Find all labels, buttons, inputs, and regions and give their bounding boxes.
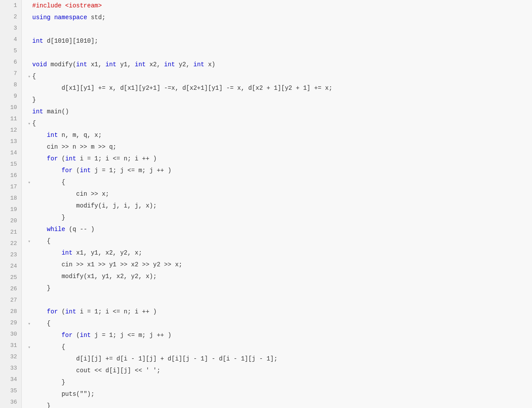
- line-number-16: 16: [4, 170, 17, 181]
- code-line-1: #include <iostream>: [26, 0, 532, 12]
- line-number-19: 19: [4, 204, 17, 215]
- token-tx: {: [61, 179, 65, 186]
- token-tx: d[x1][y1] += x, d[x1][y2+1] -=x, d[x2+1]…: [61, 85, 332, 92]
- no-fold-26: [26, 295, 32, 306]
- token-kw: int: [32, 108, 43, 115]
- no-fold-20: [26, 224, 32, 235]
- token-tx: {: [32, 120, 36, 127]
- code-editor: 1234567891011121314151617181920212223242…: [0, 0, 532, 408]
- token-tx: }: [32, 96, 36, 103]
- token-tx: d[i][j] += d[i - 1][j] + d[i][j - 1] - d…: [76, 355, 278, 362]
- token-tx: }: [61, 214, 65, 221]
- token-tx: }: [47, 402, 51, 408]
- indent-21: [32, 238, 47, 245]
- indent-28: [32, 320, 47, 327]
- line-number-8: 8: [4, 79, 17, 91]
- line-number-31: 31: [4, 340, 17, 351]
- code-line-22: int x1, y1, x2, y2, x;: [26, 247, 532, 259]
- indent-29: [32, 332, 61, 339]
- code-line-2: using namespace std;: [26, 12, 532, 24]
- line-number-25: 25: [4, 272, 17, 283]
- code-line-35: }: [26, 400, 532, 408]
- token-kw: for: [61, 167, 72, 174]
- token-tx: x1, y1, x2, y2, x;: [72, 249, 142, 256]
- line-number-17: 17: [4, 181, 17, 193]
- indent-31: [32, 355, 76, 362]
- token-tx: (q -- ): [65, 226, 95, 233]
- token-kw: int: [164, 61, 175, 68]
- line-number-26: 26: [4, 283, 17, 295]
- token-tx: (: [58, 308, 65, 315]
- code-line-14: for (int i = 1; i <= n; i ++ ): [26, 153, 532, 165]
- code-line-26: [26, 294, 532, 306]
- no-fold-9: [26, 95, 32, 106]
- no-fold-13: [26, 142, 32, 153]
- no-fold-19: [26, 212, 32, 224]
- token-kw: using: [32, 14, 51, 21]
- fold-icon-30[interactable]: ▾: [26, 342, 32, 353]
- token-tx: (: [72, 332, 80, 339]
- indent-35: [32, 402, 47, 408]
- token-kw: for: [47, 308, 58, 315]
- no-fold-6: [26, 59, 32, 71]
- token-tx: i = 1; i <= n; i ++ ): [76, 308, 157, 315]
- indent-18: [32, 202, 76, 209]
- token-kw: int: [135, 61, 146, 68]
- line-number-6: 6: [4, 57, 17, 68]
- token-tx: cin >> x1 >> y1 >> x2 >> y2 >> x;: [61, 261, 182, 268]
- line-number-29: 29: [4, 317, 17, 329]
- line-number-10: 10: [4, 102, 17, 113]
- token-tx: cin >> n >> m >> q;: [47, 143, 117, 150]
- line-number-5: 5: [4, 45, 17, 57]
- code-line-21: ▾ {: [26, 235, 532, 247]
- fold-icon-7[interactable]: ▾: [26, 71, 32, 82]
- indent-14: [32, 155, 47, 162]
- indent-30: [32, 343, 61, 350]
- fold-icon-16[interactable]: ▾: [26, 177, 32, 188]
- code-line-3: [26, 24, 532, 35]
- code-line-4: int d[1010][1010];: [26, 35, 532, 47]
- code-line-19: }: [26, 212, 532, 224]
- fold-icon-11[interactable]: ▾: [26, 118, 32, 129]
- token-tx: n, m, q, x;: [58, 132, 102, 139]
- no-fold-22: [26, 248, 32, 259]
- code-line-12: int n, m, q, x;: [26, 129, 532, 141]
- code-line-16: ▾ {: [26, 177, 532, 188]
- no-fold-4: [26, 36, 32, 47]
- token-kw: int: [76, 61, 87, 68]
- no-fold-17: [26, 189, 32, 200]
- code-body[interactable]: #include <iostream> using namespace std;…: [22, 0, 532, 408]
- no-fold-8: [26, 83, 32, 94]
- fold-icon-28[interactable]: ▾: [26, 318, 32, 330]
- line-number-9: 9: [4, 91, 17, 102]
- indent-12: [32, 132, 47, 139]
- token-kw: int: [65, 155, 76, 162]
- indent-8: [32, 85, 61, 92]
- token-tx: x2,: [146, 61, 164, 68]
- no-fold-29: [26, 330, 32, 341]
- no-fold-10: [26, 106, 32, 118]
- token-tx: modify(: [47, 61, 76, 68]
- no-fold-33: [26, 377, 32, 388]
- code-line-8: d[x1][y1] += x, d[x1][y2+1] -=x, d[x2+1]…: [26, 82, 532, 94]
- line-number-3: 3: [4, 23, 17, 34]
- token-kw: for: [61, 332, 72, 339]
- token-tx: ][: [69, 37, 76, 44]
- no-fold-14: [26, 153, 32, 165]
- indent-19: [32, 214, 61, 221]
- token-tx: modify(i, j, i, j, x);: [76, 202, 157, 209]
- indent-22: [32, 249, 61, 256]
- no-fold-1: [26, 0, 32, 12]
- code-line-9: }: [26, 94, 532, 106]
- line-number-4: 4: [4, 34, 17, 45]
- token-tx: y2,: [175, 61, 193, 68]
- token-kw: int: [193, 61, 204, 68]
- fold-icon-21[interactable]: ▾: [26, 236, 32, 247]
- token-tx: ];: [91, 37, 98, 44]
- token-tx: j = 1; j <= m; j ++ ): [91, 167, 171, 174]
- indent-25: [32, 285, 47, 292]
- no-fold-5: [26, 48, 32, 59]
- code-line-20: while (q -- ): [26, 224, 532, 235]
- line-number-22: 22: [4, 238, 17, 249]
- no-fold-24: [26, 271, 32, 282]
